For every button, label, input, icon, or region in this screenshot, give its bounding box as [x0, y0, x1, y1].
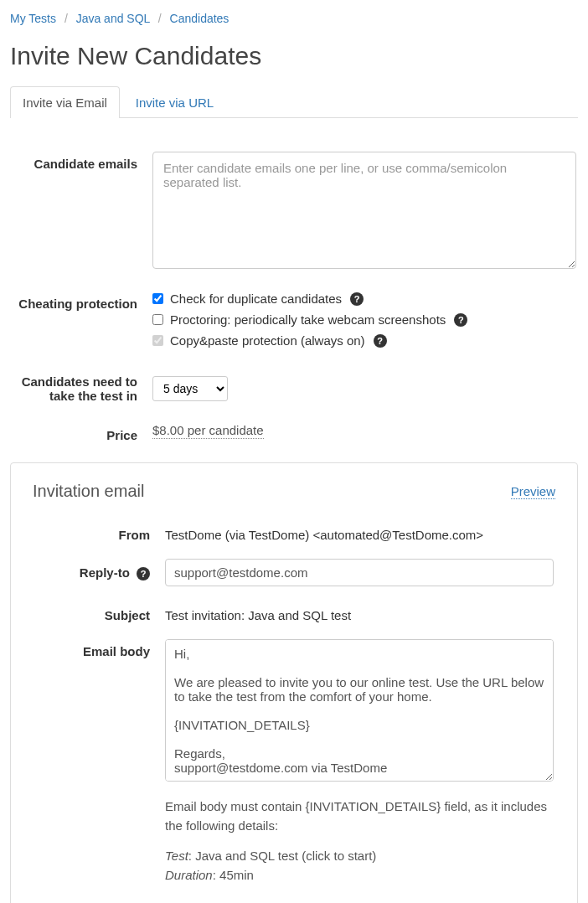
checkbox-label-copypaste: Copy&paste protection (always on)	[170, 333, 365, 348]
breadcrumb-separator: /	[64, 12, 68, 25]
panel-title: Invitation email	[33, 482, 144, 501]
label-candidate-emails: Candidate emails	[10, 152, 152, 171]
checkbox-copypaste	[152, 335, 163, 346]
reply-to-input[interactable]	[165, 559, 554, 586]
label-email-body: Email body	[33, 639, 165, 658]
label-deadline: Candidates need to take the test in	[10, 374, 152, 403]
checkbox-label-proctoring: Proctoring: periodically take webcam scr…	[170, 312, 446, 327]
help-icon[interactable]: ?	[374, 334, 387, 348]
email-body-input[interactable]	[165, 639, 554, 782]
note-duration-label: Duration	[165, 868, 213, 882]
breadcrumb-test-name[interactable]: Java and SQL	[76, 12, 150, 25]
tabs: Invite via Email Invite via URL	[10, 85, 578, 118]
body-note: Email body must contain {INVITATION_DETA…	[165, 797, 554, 885]
invitation-email-panel: Invitation email Preview From TestDome (…	[10, 462, 578, 903]
breadcrumb-candidates[interactable]: Candidates	[170, 12, 230, 25]
note-test-label: Test	[165, 849, 188, 863]
subject-value: Test invitation: Java and SQL test	[165, 603, 555, 622]
tab-invite-url[interactable]: Invite via URL	[123, 86, 226, 118]
help-icon[interactable]: ?	[454, 313, 467, 327]
checkbox-duplicate-candidates[interactable]	[152, 293, 163, 304]
price-value: $8.00 per candidate	[152, 423, 264, 439]
from-value: TestDome (via TestDome) <automated@TestD…	[165, 523, 555, 542]
label-subject: Subject	[33, 603, 165, 622]
label-price: Price	[10, 423, 152, 442]
checkbox-label-duplicate: Check for duplicate candidates	[170, 292, 342, 306]
tab-invite-email[interactable]: Invite via Email	[10, 86, 120, 118]
candidate-emails-input[interactable]	[152, 152, 576, 269]
help-icon[interactable]: ?	[137, 567, 150, 580]
checkbox-proctoring[interactable]	[152, 314, 163, 325]
deadline-select[interactable]: 5 days	[152, 376, 228, 401]
breadcrumb-separator: /	[158, 12, 162, 25]
label-reply-to: Reply-to ?	[33, 565, 165, 580]
help-icon[interactable]: ?	[350, 292, 364, 306]
breadcrumb-my-tests[interactable]: My Tests	[10, 12, 56, 25]
label-cheating-protection: Cheating protection	[10, 292, 152, 311]
label-from: From	[33, 523, 165, 542]
page-title: Invite New Candidates	[10, 42, 578, 70]
preview-link[interactable]: Preview	[511, 484, 555, 499]
breadcrumb: My Tests / Java and SQL / Candidates	[10, 8, 578, 34]
